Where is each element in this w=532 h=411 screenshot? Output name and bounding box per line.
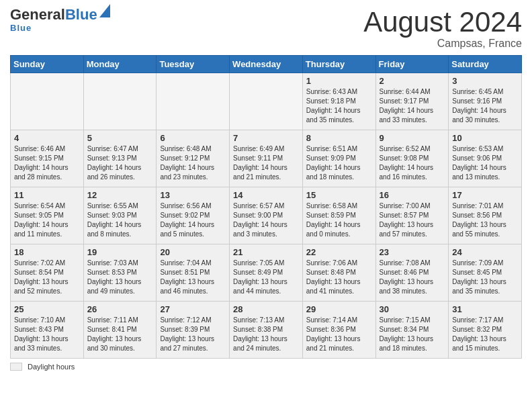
svg-marker-0 [99,4,110,17]
day-number: 15 [306,190,372,200]
table-row: 11Sunrise: 6:54 AMSunset: 9:05 PMDayligh… [11,187,84,244]
table-row: 10Sunrise: 6:53 AMSunset: 9:06 PMDayligh… [449,130,522,187]
table-row: 18Sunrise: 7:02 AMSunset: 8:54 PMDayligh… [11,244,84,302]
shaded-box-icon [10,363,22,371]
day-number: 7 [233,133,299,143]
table-row: 8Sunrise: 6:51 AMSunset: 9:09 PMDaylight… [302,130,375,187]
calendar-week-row: 4Sunrise: 6:46 AMSunset: 9:15 PMDaylight… [11,130,522,187]
day-number: 16 [380,190,445,200]
col-friday: Friday [375,56,449,73]
table-row: 6Sunrise: 6:48 AMSunset: 9:12 PMDaylight… [157,130,230,187]
table-row: 31Sunrise: 7:17 AMSunset: 8:32 PMDayligh… [449,302,522,359]
day-number: 21 [233,247,299,257]
calendar-week-row: 1Sunrise: 6:43 AMSunset: 9:18 PMDaylight… [11,73,522,130]
day-number: 19 [87,247,153,257]
day-info: Sunrise: 7:13 AMSunset: 8:38 PMDaylight:… [233,316,299,353]
footer-label: Daylight hours [28,363,75,371]
day-info: Sunrise: 7:08 AMSunset: 8:46 PMDaylight:… [380,259,445,296]
day-info: Sunrise: 6:58 AMSunset: 8:59 PMDaylight:… [306,201,372,239]
table-row: 5Sunrise: 6:47 AMSunset: 9:13 PMDaylight… [83,130,157,187]
logo-general: General [10,6,65,23]
page-title: August 2024 [363,7,522,38]
day-info: Sunrise: 7:15 AMSunset: 8:34 PMDaylight:… [380,316,445,353]
day-info: Sunrise: 7:04 AMSunset: 8:51 PMDaylight:… [160,259,226,296]
table-row: 2Sunrise: 6:44 AMSunset: 9:17 PMDaylight… [375,73,449,130]
table-row: 26Sunrise: 7:11 AMSunset: 8:41 PMDayligh… [83,302,157,359]
day-number: 29 [306,304,372,314]
day-info: Sunrise: 7:01 AMSunset: 8:56 PMDaylight:… [452,201,518,239]
table-row: 25Sunrise: 7:10 AMSunset: 8:43 PMDayligh… [11,302,84,359]
calendar-week-row: 11Sunrise: 6:54 AMSunset: 9:05 PMDayligh… [11,187,522,244]
day-info: Sunrise: 6:54 AMSunset: 9:05 PMDaylight:… [14,201,80,239]
table-row [11,73,84,130]
day-number: 25 [14,304,80,314]
table-row [83,73,157,130]
day-number: 31 [452,304,518,314]
day-number: 18 [14,247,80,257]
day-number: 5 [87,133,153,143]
day-number: 2 [380,76,445,86]
day-info: Sunrise: 7:03 AMSunset: 8:53 PMDaylight:… [87,259,153,296]
table-row [157,73,230,130]
day-info: Sunrise: 7:11 AMSunset: 8:41 PMDaylight:… [87,316,153,353]
day-info: Sunrise: 6:45 AMSunset: 9:16 PMDaylight:… [452,87,518,125]
calendar-table: Sunday Monday Tuesday Wednesday Thursday… [10,55,522,359]
day-info: Sunrise: 7:10 AMSunset: 8:43 PMDaylight:… [14,316,80,353]
day-number: 12 [87,190,153,200]
table-row: 19Sunrise: 7:03 AMSunset: 8:53 PMDayligh… [83,244,157,302]
day-info: Sunrise: 6:55 AMSunset: 9:03 PMDaylight:… [87,201,153,239]
day-info: Sunrise: 7:02 AMSunset: 8:54 PMDaylight:… [14,259,80,296]
logo-blue: Blue [65,6,97,23]
day-info: Sunrise: 7:17 AMSunset: 8:32 PMDaylight:… [452,316,518,353]
day-number: 11 [14,190,80,200]
day-number: 23 [380,247,445,257]
table-row [230,73,303,130]
table-row: 16Sunrise: 7:00 AMSunset: 8:57 PMDayligh… [375,187,449,244]
day-number: 14 [233,190,299,200]
day-info: Sunrise: 6:49 AMSunset: 9:11 PMDaylight:… [233,144,299,182]
day-info: Sunrise: 6:46 AMSunset: 9:15 PMDaylight:… [14,144,80,182]
table-row: 24Sunrise: 7:09 AMSunset: 8:45 PMDayligh… [449,244,522,302]
day-info: Sunrise: 7:12 AMSunset: 8:39 PMDaylight:… [160,316,226,353]
table-row: 17Sunrise: 7:01 AMSunset: 8:56 PMDayligh… [449,187,522,244]
day-number: 3 [452,76,518,86]
day-info: Sunrise: 7:00 AMSunset: 8:57 PMDaylight:… [380,201,445,239]
title-block: August 2024 Campsas, France [363,7,522,50]
day-info: Sunrise: 7:09 AMSunset: 8:45 PMDaylight:… [452,259,518,296]
table-row: 27Sunrise: 7:12 AMSunset: 8:39 PMDayligh… [157,302,230,359]
col-monday: Monday [83,56,157,73]
table-row: 15Sunrise: 6:58 AMSunset: 8:59 PMDayligh… [302,187,375,244]
day-number: 10 [452,133,518,143]
calendar-footer: Daylight hours [10,363,522,371]
calendar-header-row: Sunday Monday Tuesday Wednesday Thursday… [11,56,522,73]
day-number: 6 [160,133,226,143]
logo-sub: Blue [10,23,32,33]
col-sunday: Sunday [11,56,84,73]
logo-text: GeneralBlue [10,7,97,23]
day-info: Sunrise: 6:57 AMSunset: 9:00 PMDaylight:… [233,201,299,239]
day-number: 17 [452,190,518,200]
logo-icon [99,4,110,17]
col-saturday: Saturday [449,56,522,73]
table-row: 29Sunrise: 7:14 AMSunset: 8:36 PMDayligh… [302,302,375,359]
day-number: 26 [87,304,153,314]
table-row: 1Sunrise: 6:43 AMSunset: 9:18 PMDaylight… [302,73,375,130]
table-row: 28Sunrise: 7:13 AMSunset: 8:38 PMDayligh… [230,302,303,359]
day-number: 30 [380,304,445,314]
day-number: 24 [452,247,518,257]
table-row: 12Sunrise: 6:55 AMSunset: 9:03 PMDayligh… [83,187,157,244]
day-info: Sunrise: 6:53 AMSunset: 9:06 PMDaylight:… [452,144,518,182]
day-number: 27 [160,304,226,314]
day-number: 1 [306,76,372,86]
day-info: Sunrise: 6:43 AMSunset: 9:18 PMDaylight:… [306,87,372,125]
day-number: 9 [380,133,445,143]
day-info: Sunrise: 7:14 AMSunset: 8:36 PMDaylight:… [306,316,372,353]
day-info: Sunrise: 6:48 AMSunset: 9:12 PMDaylight:… [160,144,226,182]
day-info: Sunrise: 7:06 AMSunset: 8:48 PMDaylight:… [306,259,372,296]
day-number: 8 [306,133,372,143]
table-row: 23Sunrise: 7:08 AMSunset: 8:46 PMDayligh… [375,244,449,302]
day-number: 4 [14,133,80,143]
calendar-week-row: 18Sunrise: 7:02 AMSunset: 8:54 PMDayligh… [11,244,522,302]
table-row: 14Sunrise: 6:57 AMSunset: 9:00 PMDayligh… [230,187,303,244]
day-info: Sunrise: 6:47 AMSunset: 9:13 PMDaylight:… [87,144,153,182]
